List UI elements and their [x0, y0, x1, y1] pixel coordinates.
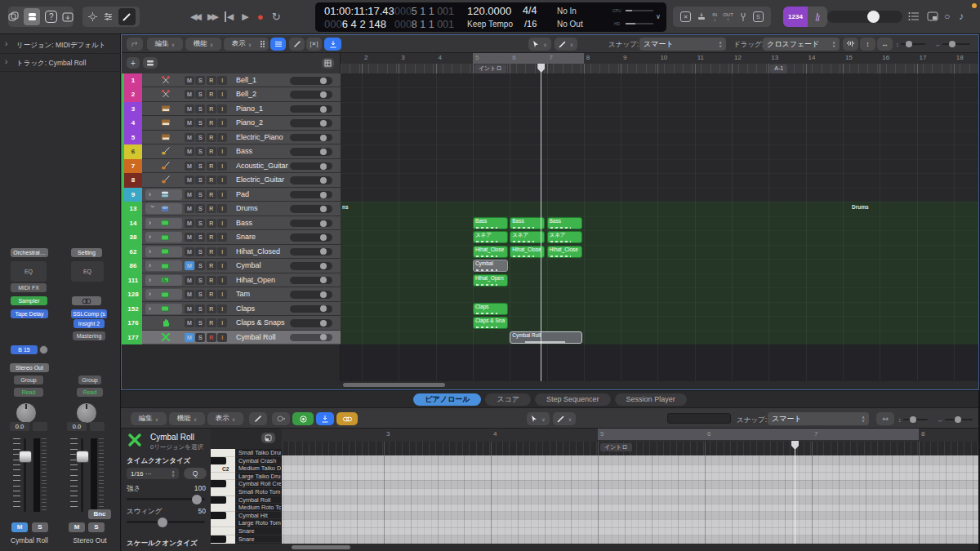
piano-key-black[interactable] [211, 512, 226, 519]
editor-tab-0[interactable]: ピアノロール [413, 393, 481, 406]
track-solo-button[interactable]: S [195, 333, 205, 342]
volume-knob[interactable] [320, 149, 327, 155]
region[interactable]: Bass [473, 217, 508, 229]
editor-h-zoom-button[interactable]: ⇿ [876, 412, 894, 425]
midi-in-button[interactable] [272, 412, 290, 425]
track-record-button[interactable]: R [207, 204, 216, 213]
editor-pointer-tool-menu[interactable]: ∨ [527, 412, 550, 425]
volume-knob[interactable] [867, 11, 880, 23]
track-input-button[interactable]: I [217, 190, 227, 199]
editor-marker[interactable]: イントロ [600, 443, 632, 451]
track-input-button[interactable]: I [217, 147, 227, 156]
track-header[interactable]: 4MSRIPiano_2 [122, 116, 341, 130]
drum-key-name[interactable]: Small Taiko Drum [235, 449, 282, 457]
track-record-button[interactable]: R [207, 118, 216, 127]
waveform-zoom-button[interactable] [843, 38, 858, 51]
editor-tab-3[interactable]: Session Player [615, 393, 687, 406]
lcd-division[interactable]: /16 [524, 19, 537, 29]
record-button[interactable]: ● [257, 11, 264, 23]
track-solo-button[interactable]: S [195, 118, 205, 127]
track-volume-slider[interactable] [290, 220, 332, 228]
region[interactable]: Claps [473, 303, 508, 315]
arrange-menu-2[interactable]: 表示∨ [224, 38, 260, 51]
drum-key-name[interactable]: Large Roto Tom [235, 519, 282, 527]
piano-key-black[interactable] [211, 480, 226, 487]
editor-playhead[interactable] [795, 442, 795, 544]
disclosure-right-icon[interactable]: › [149, 189, 155, 200]
track-record-button[interactable]: R [207, 333, 216, 342]
track-mute-button[interactable]: M [185, 247, 194, 256]
marquee-button[interactable]: [✕] [306, 38, 322, 51]
editor-v-zoom-slider[interactable]: ↕ [898, 415, 933, 424]
track-header[interactable]: 9›MSRIPad [122, 188, 341, 202]
track-stack-button[interactable] [143, 57, 158, 69]
track-record-button[interactable]: R [207, 104, 216, 113]
out-gain-readout[interactable] [90, 422, 105, 431]
quantize-apply-button[interactable]: Q [184, 468, 207, 479]
track-mute-button[interactable]: M [185, 318, 194, 327]
drum-key-name[interactable]: Medium Taiko Drum [235, 464, 282, 473]
track-solo-button[interactable]: S [195, 233, 205, 242]
track-input-button[interactable]: I [217, 304, 227, 313]
volume-knob[interactable] [320, 135, 327, 141]
piano-key-black[interactable] [211, 496, 226, 504]
track-mute-button[interactable]: M [185, 233, 194, 242]
drum-key-name[interactable]: Snare [235, 535, 282, 544]
track-header[interactable]: 3MSRIPiano_1 [122, 102, 341, 116]
pencil-tool-button[interactable] [118, 8, 136, 25]
lcd-mode-chevron-icon[interactable]: ∨ [656, 13, 661, 20]
track-solo-button[interactable]: S [195, 204, 205, 213]
track-input-button[interactable]: I [217, 104, 227, 113]
track-mute-button[interactable]: M [185, 290, 194, 299]
track-record-button[interactable]: R [207, 147, 216, 156]
editor-h-scrollbar[interactable] [292, 545, 350, 549]
track-header[interactable]: 13›MSRIDrums [122, 202, 341, 216]
track-mute-button[interactable]: M [185, 219, 194, 228]
midi-capture-button[interactable] [292, 412, 314, 425]
track-header[interactable]: 86›MSRICymbal [122, 259, 341, 273]
forward-button[interactable]: ▶▶ [207, 11, 216, 22]
volume-knob[interactable] [320, 305, 327, 312]
disclosure-right-icon[interactable]: › [149, 247, 155, 257]
track-solo-button[interactable]: S [195, 104, 205, 113]
rewind-button[interactable]: ◀◀ [190, 11, 199, 22]
volume-knob[interactable] [320, 291, 327, 298]
disclosure-right-icon[interactable]: › [149, 304, 155, 314]
drum-key-name[interactable]: Cymbal Roll [235, 496, 282, 504]
h-zoom-slider[interactable]: ↔ [935, 40, 974, 48]
track-header[interactable]: 176MSRIClaps & Snaps [122, 316, 341, 330]
track-mute-button[interactable]: M [185, 333, 194, 342]
swing-knob[interactable] [158, 518, 167, 527]
fader-cap[interactable] [19, 451, 32, 463]
volume-knob[interactable] [320, 334, 327, 340]
track-mute-button[interactable]: M [185, 104, 194, 113]
track-record-button[interactable]: R [207, 290, 216, 299]
track-header[interactable]: 2MSRIBell_2 [122, 87, 341, 101]
editor-cycle-region[interactable] [598, 429, 919, 440]
pointer-tool-menu[interactable]: ∨ [528, 38, 551, 51]
track-solo-button[interactable]: S [195, 133, 205, 142]
track-volume-slider[interactable] [290, 233, 332, 242]
disclosure-right-icon[interactable]: › [5, 57, 7, 66]
lcd-time-signature[interactable]: 4/4 [523, 5, 537, 16]
track-input-button[interactable]: I [217, 276, 227, 285]
track-header[interactable]: 177MSRICymbal Roll [122, 331, 341, 344]
track-mute-button[interactable]: M [185, 118, 194, 127]
volume-knob[interactable] [320, 277, 327, 283]
track-record-button[interactable]: R [207, 162, 216, 171]
track-input-button[interactable]: I [217, 247, 227, 256]
track-header[interactable]: 111›MSRIHihat_Open [122, 273, 341, 287]
volume-knob[interactable] [320, 220, 327, 227]
output-monitor-icon[interactable]: OUT↑ [723, 12, 733, 22]
track-mute-button[interactable]: M [185, 276, 194, 285]
bounce-button[interactable]: Bnc [88, 509, 111, 519]
track-solo-button[interactable]: S [195, 276, 205, 285]
toolbar-toggle-icon[interactable] [62, 12, 74, 22]
track-icon-box[interactable]: › [145, 247, 182, 257]
out-group-slot[interactable]: Group [78, 375, 101, 384]
editor-tab-1[interactable]: スコア [485, 393, 531, 406]
track-mute-button[interactable]: M [185, 261, 194, 270]
track-record-button[interactable]: R [207, 190, 216, 199]
track-icon-box[interactable]: › [145, 203, 182, 214]
help-icon[interactable]: ? [45, 11, 57, 23]
